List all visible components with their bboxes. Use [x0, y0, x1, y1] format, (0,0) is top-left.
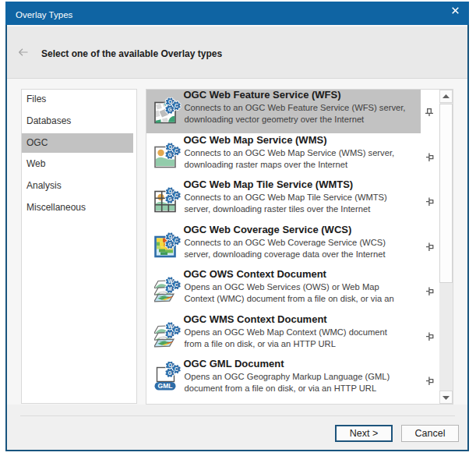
- svg-text:G: G: [167, 196, 171, 202]
- svg-text:C: C: [175, 147, 178, 153]
- svg-text:GML: GML: [158, 382, 173, 390]
- svg-text:C: C: [175, 366, 178, 372]
- svg-text:G: G: [167, 107, 171, 112]
- svg-text:G: G: [167, 241, 171, 246]
- svg-text:G: G: [167, 370, 171, 376]
- svg-text:G: G: [167, 151, 171, 157]
- svg-text:C: C: [175, 327, 178, 332]
- svg-text:C: C: [175, 103, 178, 108]
- svg-text:M: M: [167, 331, 171, 336]
- svg-text:C: C: [175, 193, 178, 198]
- svg-text:M: M: [167, 286, 171, 292]
- svg-text:C: C: [175, 282, 178, 288]
- svg-text:C: C: [175, 237, 178, 242]
